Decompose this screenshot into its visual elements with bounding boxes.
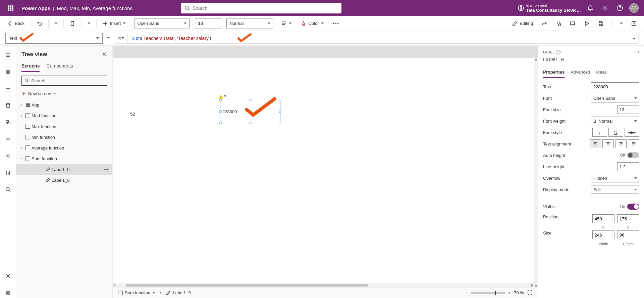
overflow-button[interactable]: ••• [331, 19, 342, 27]
font-family-dropdown[interactable]: Open Sans [134, 18, 190, 29]
control-name[interactable]: Label1_9 [543, 56, 639, 62]
resize-handle[interactable] [219, 122, 222, 124]
formula-input[interactable]: Sum('Teachers Data', 'Teacher salary') [128, 36, 630, 41]
fit-to-window-button[interactable] [527, 290, 533, 296]
global-search[interactable] [181, 3, 341, 13]
breadcrumb-control[interactable]: Label1_9 [166, 290, 191, 295]
tree-search-input[interactable] [31, 78, 104, 83]
publish-button[interactable] [629, 19, 639, 28]
insert-pane-button[interactable] [3, 83, 13, 94]
preview-button[interactable] [582, 19, 591, 28]
global-search-input[interactable] [193, 5, 338, 11]
italic-button[interactable]: I [592, 128, 607, 137]
resize-handle[interactable] [279, 99, 281, 101]
tab-ideas[interactable]: Ideas [596, 67, 607, 78]
insert-button[interactable]: Insert [101, 19, 128, 28]
autoheight-toggle[interactable] [627, 152, 639, 158]
resize-handle[interactable] [219, 99, 222, 101]
tree-item-average-function[interactable]: › Average function [16, 142, 112, 153]
prop-x-input[interactable] [592, 214, 614, 223]
editing-mode-button[interactable]: Editing [510, 19, 535, 28]
visible-toggle[interactable] [627, 204, 639, 210]
paste-button[interactable] [68, 19, 77, 28]
prop-overflow-dropdown[interactable]: Hidden [591, 174, 639, 182]
canvas-vertical-scrollbar[interactable] [534, 58, 538, 288]
align-justify-button[interactable] [628, 139, 639, 148]
tree-item-mod-function[interactable]: › Mod function [16, 110, 112, 121]
media-pane-button[interactable] [3, 117, 13, 128]
environment-picker[interactable]: Environment Tata Consultancy Servic… [518, 3, 581, 13]
help-button[interactable] [614, 3, 625, 13]
share-button[interactable] [540, 19, 549, 28]
align-left-button[interactable] [590, 139, 601, 148]
tree-item-label1-8[interactable]: Label1_8 [16, 175, 112, 185]
tab-components[interactable]: Components [46, 60, 73, 72]
resize-handle[interactable] [279, 122, 281, 124]
prop-text-input[interactable] [591, 82, 639, 91]
hamburger-button[interactable] [3, 50, 13, 60]
tree-view-button[interactable] [3, 67, 13, 77]
scrollbar-thumb[interactable] [126, 284, 368, 287]
data-pane-button[interactable] [3, 100, 13, 111]
info-icon[interactable]: ? [556, 50, 560, 54]
align-button[interactable] [279, 19, 293, 28]
canvas[interactable]: 52 ⚠️ 228000 [113, 58, 535, 283]
tree-item-max-function[interactable]: › Max function [16, 121, 112, 132]
tree-item-sum-function[interactable]: › Sum function [16, 153, 112, 164]
new-screen-button[interactable]: New screen [16, 89, 112, 99]
tree-item-more-button[interactable]: ••• [103, 167, 109, 172]
zoom-out-button[interactable]: − [465, 290, 468, 295]
canvas-horizontal-scrollbar[interactable] [113, 283, 534, 287]
app-checker-button[interactable] [554, 19, 563, 28]
font-size-input[interactable] [195, 18, 221, 29]
save-button[interactable] [596, 19, 605, 28]
undo-button[interactable] [35, 19, 44, 28]
prop-font-dropdown[interactable]: Open Sans [591, 94, 639, 102]
save-split-button[interactable] [618, 21, 625, 26]
align-right-button[interactable] [615, 139, 627, 148]
tab-properties[interactable]: Properties [543, 67, 565, 78]
tree-item-app[interactable]: › App [16, 99, 112, 110]
color-button[interactable]: Color [299, 19, 325, 28]
resize-handle[interactable] [249, 99, 252, 101]
underline-button[interactable]: U [608, 128, 623, 137]
virtual-agent-button[interactable] [3, 287, 13, 298]
font-weight-dropdown[interactable]: Normal [226, 18, 273, 29]
tree-item-min-function[interactable]: › Min function [16, 132, 112, 142]
zoom-in-button[interactable]: + [508, 290, 511, 295]
prop-height-input[interactable] [617, 230, 639, 239]
notifications-button[interactable] [585, 3, 596, 13]
comments-button[interactable] [568, 19, 577, 28]
power-automate-button[interactable] [3, 134, 13, 144]
user-avatar[interactable]: AG [629, 3, 639, 13]
tab-screens[interactable]: Screens [21, 60, 40, 72]
breadcrumb-screen[interactable]: Sum function [118, 290, 155, 295]
tab-advanced[interactable]: Advanced [571, 67, 590, 78]
canvas-label1-9-selected[interactable]: ⚠️ 228000 [220, 100, 280, 123]
zoom-slider-thumb[interactable] [495, 291, 496, 295]
resize-handle[interactable] [279, 110, 281, 113]
tree-item-label1-9[interactable]: Label1_9 ••• [16, 164, 112, 175]
app-file-name[interactable]: Mod, Max, Min, Average functions [57, 5, 133, 11]
back-button[interactable]: Back [5, 19, 26, 28]
collapse-panel-button[interactable] [638, 49, 639, 55]
undo-split-button[interactable] [53, 21, 59, 26]
advanced-tools-button[interactable] [3, 167, 13, 178]
property-selector[interactable]: Text [5, 33, 103, 44]
formula-editor[interactable]: fx Sum('Teachers Data', 'Teacher salary'… [114, 33, 639, 44]
resize-handle[interactable] [249, 122, 252, 124]
prop-fontweight-dropdown[interactable]: BNormal [591, 117, 639, 125]
font-size-value[interactable] [198, 21, 218, 26]
app-launcher-button[interactable] [3, 0, 19, 16]
paste-split-button[interactable] [86, 21, 92, 26]
prop-fontsize-input[interactable] [617, 105, 639, 114]
search-pane-button[interactable] [3, 184, 13, 195]
tree-search[interactable] [21, 76, 107, 86]
settings-button[interactable] [600, 3, 610, 13]
fx-label[interactable]: fx [114, 33, 128, 43]
close-tree-button[interactable] [102, 51, 107, 58]
prop-width-input[interactable] [592, 230, 614, 239]
canvas-label1-8[interactable]: 52 [130, 112, 135, 117]
settings-pane-button[interactable] [3, 270, 13, 281]
prop-lineheight-input[interactable] [617, 162, 639, 171]
